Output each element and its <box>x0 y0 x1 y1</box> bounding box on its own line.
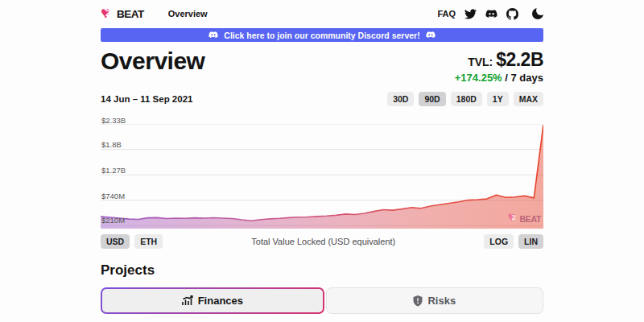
scale-selector: LOG LIN <box>484 234 543 249</box>
projects-title: Projects <box>101 262 543 279</box>
tvl-change-percent: +174.25% <box>455 72 502 84</box>
range-button-90d[interactable]: 90D <box>419 92 445 106</box>
tvl-value: $2.2B <box>496 49 543 70</box>
top-navbar: ♥ 2 BEAT Overview FAQ <box>0 0 644 27</box>
tab-finances-label: Finances <box>198 295 243 307</box>
discord-banner[interactable]: Click here to join our community Discord… <box>101 28 543 42</box>
twitter-icon[interactable] <box>464 8 477 20</box>
dark-mode-moon-icon[interactable] <box>532 8 543 19</box>
tvl-chart-canvas <box>101 124 543 229</box>
tvl-label: TVL: <box>468 56 493 68</box>
time-range-selector: 30D 90D 180D 1Y MAX <box>387 92 543 106</box>
scale-button-lin[interactable]: LIN <box>518 234 543 249</box>
banner-text: Click here to join our community Discord… <box>224 31 419 40</box>
currency-selector: USD ETH <box>101 234 163 249</box>
currency-button-eth[interactable]: ETH <box>134 234 163 249</box>
l2beat-heart-icon: ♥ 2 <box>507 213 519 225</box>
faq-link[interactable]: FAQ <box>437 9 456 19</box>
chart-area-fill <box>101 125 543 229</box>
y-axis-tick: $2.33B <box>101 116 126 125</box>
y-axis-tick: $740M <box>101 192 125 200</box>
l2beat-watermark: ♥ 2 BEAT <box>507 213 541 225</box>
tab-finances[interactable]: Finances <box>101 287 324 314</box>
projects-tabs: Finances Risks <box>101 287 543 314</box>
y-axis-tick: $1.27B <box>101 166 126 175</box>
y-axis-tick: $210M <box>101 216 125 225</box>
page-title: Overview <box>101 47 204 75</box>
tab-risks-label: Risks <box>427 295 456 307</box>
l2beat-heart-icon: ♥ 2 <box>101 6 116 22</box>
risks-shield-icon <box>413 295 423 307</box>
chart-caption: Total Value Locked (USD equivalent) <box>251 237 395 246</box>
finances-chart-icon <box>182 295 193 306</box>
tvl-change-period: / 7 days <box>502 72 543 84</box>
discord-icon <box>426 31 436 39</box>
discord-icon[interactable] <box>485 8 497 20</box>
discord-icon <box>208 31 218 39</box>
chart-date-range: 14 Jun – 11 Sep 2021 <box>101 94 192 104</box>
logo-text: BEAT <box>117 8 144 20</box>
range-button-30d[interactable]: 30D <box>387 92 414 106</box>
tab-risks[interactable]: Risks <box>326 287 543 314</box>
github-icon[interactable] <box>506 8 518 20</box>
nav-item-overview[interactable]: Overview <box>168 9 208 19</box>
range-button-180d[interactable]: 180D <box>451 92 482 106</box>
scale-button-log[interactable]: LOG <box>484 234 514 249</box>
l2beat-logo[interactable]: ♥ 2 BEAT <box>101 6 144 22</box>
tvl-area-chart[interactable]: $2.33B $1.8B $1.27B $740M $210M ♥ 2 BEAT <box>101 116 543 230</box>
y-axis-tick: $1.8B <box>101 140 122 149</box>
tvl-summary: TVL: $2.2B +174.25% / 7 days <box>455 49 543 84</box>
currency-button-usd[interactable]: USD <box>101 234 130 249</box>
range-button-max[interactable]: MAX <box>514 92 543 106</box>
range-button-1y[interactable]: 1Y <box>487 92 509 106</box>
